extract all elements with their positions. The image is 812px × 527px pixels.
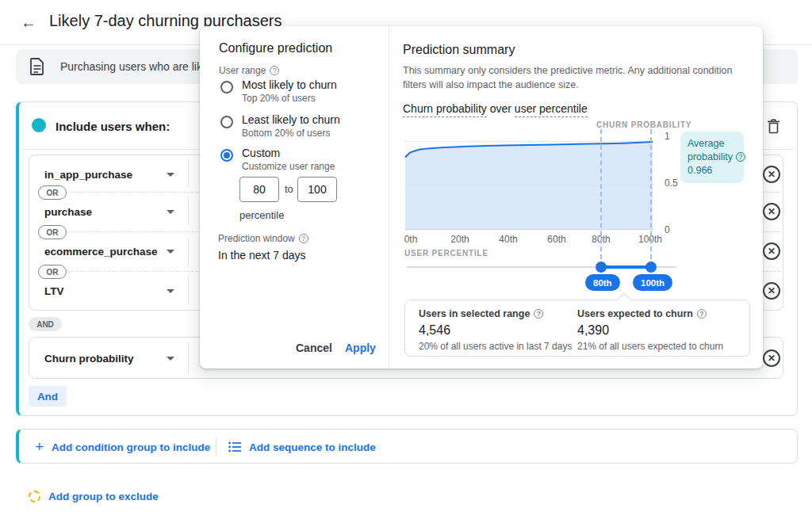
radio-option-custom[interactable]: Custom Customize user range (220, 147, 335, 172)
remove-condition-button[interactable]: ✕ (763, 166, 780, 183)
percentile-slider-selected-range (600, 265, 651, 269)
stat-value: 4,390 (577, 323, 723, 338)
dialog-divider (389, 26, 389, 369)
condition-dropdown[interactable]: ecommerce_purchase (44, 245, 158, 257)
chart-area-fill (405, 142, 653, 229)
summary-description: This summary only considers the predicti… (403, 63, 752, 92)
y-tick: 0.5 (665, 178, 678, 189)
include-group-title: Include users when: (56, 120, 170, 133)
slider-handle-high[interactable] (645, 262, 657, 273)
document-icon (30, 58, 44, 75)
radio-option-most-likely[interactable]: Most likely to churn Top 20% of users (220, 78, 337, 104)
x-tick: 40th (499, 234, 517, 245)
range-high-pill: 100th (633, 274, 672, 291)
radio-icon[interactable] (220, 81, 233, 94)
range-low-dashed-line (600, 129, 602, 267)
radio-icon[interactable] (220, 116, 233, 128)
add-exclude-label: Add group to exclude (48, 491, 159, 502)
dialog-title: Configure prediction (219, 41, 332, 55)
chart-heading-metric[interactable]: Churn probability (403, 102, 487, 117)
prediction-window-label: Prediction window ? (218, 233, 308, 244)
audience-description-text: Purchasing users who are likely t (60, 49, 203, 84)
x-axis-caption: USER PERCENTILE (404, 249, 488, 258)
cancel-button[interactable]: Cancel (296, 342, 332, 354)
chevron-down-icon[interactable] (167, 173, 174, 177)
stat-subtext: 21% of all users expected to churn (577, 341, 723, 352)
add-sequence-button[interactable]: Add sequence to include (228, 430, 376, 464)
or-operator-pill: OR (38, 185, 67, 200)
help-icon[interactable]: ? (299, 234, 308, 243)
radio-sublabel: Bottom 20% of users (242, 128, 340, 139)
radio-label: Most likely to churn (242, 78, 337, 91)
dashed-circle-icon (29, 491, 40, 502)
sequence-list-icon (228, 441, 241, 453)
add-condition-group-button[interactable]: + Add condition group to include (35, 430, 210, 464)
add-group-to-exclude-button[interactable]: Add group to exclude (29, 486, 159, 506)
actions-divider (216, 438, 216, 456)
chevron-down-icon[interactable] (167, 210, 174, 214)
add-sequence-label: Add sequence to include (249, 441, 376, 453)
back-arrow-icon[interactable]: ← (17, 11, 40, 33)
range-from-input[interactable] (239, 177, 279, 202)
plus-icon: + (35, 438, 44, 456)
remove-condition-button[interactable]: ✕ (763, 242, 780, 260)
cell-divider (188, 277, 189, 305)
chevron-down-icon[interactable] (167, 250, 174, 254)
radio-label: Custom (242, 147, 335, 159)
chevron-down-icon[interactable] (167, 357, 174, 361)
remove-condition-button[interactable]: ✕ (763, 349, 780, 367)
slider-handle-low[interactable] (596, 262, 607, 273)
cell-divider (188, 197, 189, 225)
condition-dropdown[interactable]: in_app_purchase (44, 168, 132, 180)
help-icon[interactable]: ? (270, 66, 279, 75)
chart-heading-dimension[interactable]: user percentile (515, 102, 588, 117)
prediction-window-value: In the next 7 days (218, 249, 306, 262)
remove-condition-button[interactable]: ✕ (763, 282, 780, 300)
y-axis-caption: CHURN PROBABILITY (596, 120, 691, 129)
range-low-pill: 80th (585, 274, 620, 291)
average-probability-tooltip: Average probability ? 0.966 (680, 132, 744, 183)
range-high-dashed-line (650, 129, 652, 267)
help-icon[interactable]: ? (534, 309, 543, 319)
summary-title: Prediction summary (403, 43, 515, 57)
or-operator-pill: OR (38, 265, 67, 279)
remove-condition-button[interactable]: ✕ (763, 203, 780, 220)
y-tick: 0 (665, 224, 670, 235)
apply-button[interactable]: Apply (345, 342, 376, 354)
user-range-label: User range ? (219, 65, 279, 76)
percentile-label: percentile (239, 209, 284, 221)
stat-users-in-range: Users in selected range ? 4,546 20% of a… (419, 308, 572, 352)
condition-dropdown[interactable]: Churn probability (44, 352, 134, 364)
chart-heading: Churn probability over user percentile (403, 102, 588, 115)
stat-subtext: 20% of all users active in last 7 days (419, 341, 572, 352)
and-operator-pill: AND (29, 317, 62, 331)
radio-option-least-likely[interactable]: Least likely to churn Bottom 20% of user… (220, 113, 340, 139)
range-to-word: to (285, 183, 293, 195)
churn-probability-chart (404, 136, 653, 231)
or-operator-pill: OR (38, 225, 67, 239)
help-icon[interactable]: ? (736, 152, 745, 162)
radio-selected-icon[interactable] (220, 149, 233, 162)
range-to-input[interactable] (297, 177, 337, 202)
radio-label: Least likely to churn (242, 113, 340, 126)
help-icon[interactable]: ? (697, 309, 707, 319)
stat-label: Users expected to churn (577, 308, 693, 319)
audience-builder-page: ← Likely 7-day churning purchasers Purch… (0, 0, 812, 527)
include-group-dot-icon (32, 118, 46, 132)
condition-dropdown[interactable]: LTV (44, 285, 64, 297)
average-probability-value: 0.966 (688, 164, 737, 178)
stat-users-expected-churn: Users expected to churn ? 4,390 21% of a… (577, 308, 723, 352)
y-tick: 1 (665, 131, 670, 142)
and-button[interactable]: And (29, 386, 67, 407)
delete-group-trash-icon[interactable] (764, 116, 783, 136)
cell-divider (188, 342, 189, 373)
x-tick: 20th (450, 234, 469, 245)
condition-dropdown[interactable]: purchase (44, 205, 92, 217)
x-tick: 0th (404, 234, 418, 245)
cell-divider (188, 160, 189, 188)
chevron-down-icon[interactable] (167, 289, 174, 293)
stat-label: Users in selected range (419, 308, 530, 319)
cell-divider (188, 237, 189, 265)
x-tick: 60th (547, 234, 565, 245)
radio-sublabel: Customize user range (242, 161, 335, 172)
